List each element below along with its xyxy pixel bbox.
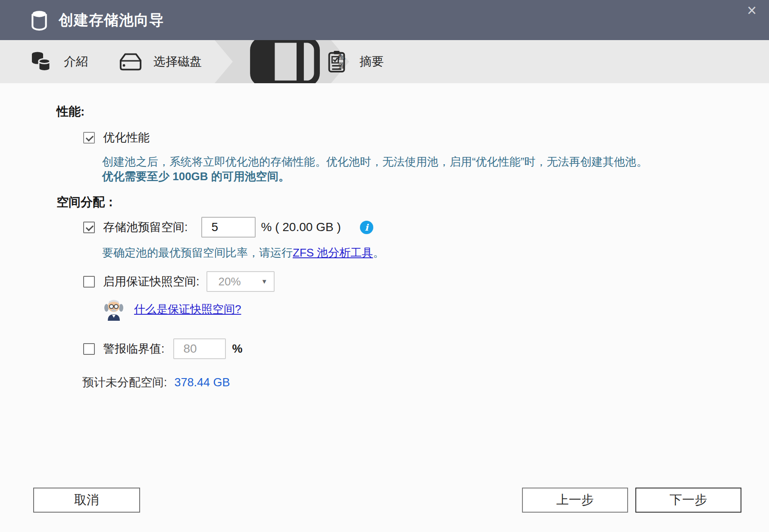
snapshot-help-row: 什么是保证快照空间? xyxy=(103,297,241,321)
summary-icon xyxy=(325,50,348,73)
optimize-description-line2: 优化需要至少 100GB 的可用池空间。 xyxy=(102,169,290,184)
reserved-space-checkbox[interactable] xyxy=(83,222,95,233)
step-summary[interactable]: 摘要 xyxy=(325,40,384,83)
performance-heading: 性能: xyxy=(56,103,84,120)
step-label-select-disks: 选择磁盘 xyxy=(153,53,202,70)
optimize-description-line1: 创建池之后，系统将立即优化池的存储性能。优化池时，无法使用池，启用“优化性能”时… xyxy=(102,154,647,169)
step-select-disks[interactable]: 选择磁盘 xyxy=(119,40,202,83)
alert-threshold-row: 警报临界值: % xyxy=(83,338,243,359)
snapshot-percent-value: 20% xyxy=(219,275,241,288)
step-label-introduction: 介紹 xyxy=(64,53,88,70)
unallocated-space-value: 378.44 GB xyxy=(175,376,230,389)
reserved-space-suffix: % ( 20.00 GB ) xyxy=(261,220,341,234)
unallocated-space-row: 预计未分配空间: 378.44 GB xyxy=(82,375,230,390)
alert-threshold-checkbox[interactable] xyxy=(83,343,95,355)
zfs-analyzer-link[interactable]: ZFS 池分析工具 xyxy=(293,245,373,260)
step-introduction[interactable]: 介紹 xyxy=(29,40,88,83)
disk-icon xyxy=(119,50,142,73)
storage-pool-icon xyxy=(29,9,49,31)
reserved-space-label: 存储池预留空间: xyxy=(103,219,188,235)
reserved-space-input[interactable] xyxy=(201,217,256,238)
professor-icon xyxy=(103,297,124,321)
create-storage-pool-wizard: 创建存储池向导 × 介紹 选择磁盘 xyxy=(0,0,769,532)
close-icon[interactable]: × xyxy=(742,1,761,20)
optimize-performance-label: 优化性能 xyxy=(103,130,150,145)
alert-threshold-suffix: % xyxy=(232,342,243,356)
wizard-title: 创建存储池向导 xyxy=(59,10,164,30)
wizard-steps-bar: 介紹 选择磁盘 配置 xyxy=(0,40,769,83)
zfs-hint-line: 要确定池的最优预留空间比率，请运行 ZFS 池分析工具 。 xyxy=(102,246,384,260)
unallocated-space-label: 预计未分配空间: xyxy=(82,375,167,390)
next-button[interactable]: 下一步 xyxy=(635,488,741,513)
reserved-space-row: 存储池预留空间: % ( 20.00 GB ) i xyxy=(83,217,373,238)
pools-icon xyxy=(29,50,53,73)
snapshot-space-label: 启用保证快照空间: xyxy=(103,274,200,289)
snapshot-help-link[interactable]: 什么是保证快照空间? xyxy=(134,302,241,317)
zfs-hint-prefix: 要确定池的最优预留空间比率，请运行 xyxy=(102,245,293,260)
alert-threshold-label: 警报临界值: xyxy=(103,341,165,357)
alert-threshold-input[interactable] xyxy=(173,338,226,359)
snapshot-percent-dropdown[interactable]: 20% ▼ xyxy=(206,271,275,292)
optimize-performance-checkbox[interactable] xyxy=(83,132,95,144)
cancel-button[interactable]: 取消 xyxy=(33,488,140,513)
optimize-performance-row: 优化性能 xyxy=(83,130,150,145)
wizard-titlebar: 创建存储池向导 × xyxy=(0,0,769,40)
info-icon[interactable]: i xyxy=(360,221,373,234)
snapshot-space-checkbox[interactable] xyxy=(83,276,95,288)
back-button[interactable]: 上一步 xyxy=(522,488,628,513)
space-allocation-heading: 空间分配： xyxy=(56,194,117,210)
zfs-hint-suffix: 。 xyxy=(373,245,384,260)
chevron-down-icon: ▼ xyxy=(261,278,268,285)
snapshot-space-row: 启用保证快照空间: 20% ▼ xyxy=(83,271,275,292)
step-label-summary: 摘要 xyxy=(359,53,384,70)
